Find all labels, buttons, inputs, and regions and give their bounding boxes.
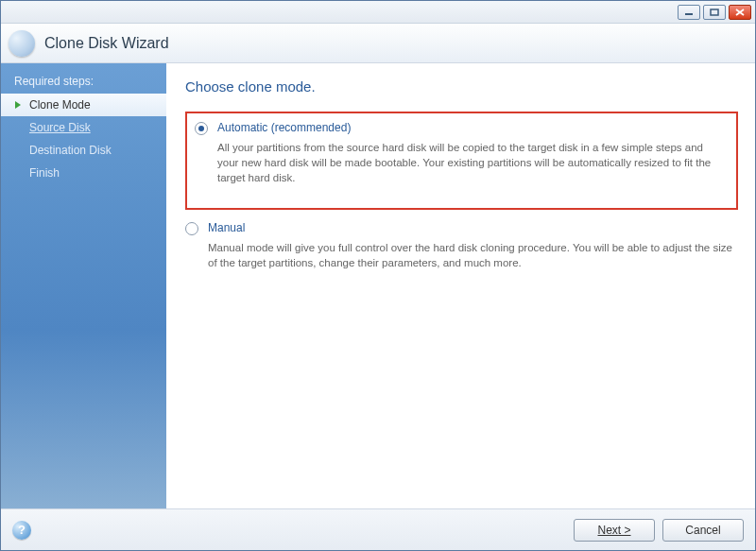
titlebar	[1, 1, 755, 24]
radio-automatic[interactable]	[195, 122, 208, 135]
radio-manual[interactable]	[185, 222, 198, 235]
page-title: Choose clone mode.	[185, 78, 738, 95]
option-automatic[interactable]: Automatic (recommended) All your partiti…	[195, 121, 729, 185]
sidebar-item-label: Destination Disk	[29, 144, 112, 157]
option-text: Manual Manual mode will give you full co…	[208, 221, 732, 270]
highlighted-option: Automatic (recommended) All your partiti…	[185, 112, 738, 210]
sidebar-item-label: Clone Mode	[29, 98, 91, 112]
app-icon	[9, 30, 35, 57]
svg-rect-1	[711, 9, 718, 15]
sidebar-item-destination-disk[interactable]: Destination Disk	[1, 139, 166, 162]
wizard-window: Clone Disk Wizard Required steps: Clone …	[0, 0, 756, 551]
main-content: Choose clone mode. Automatic (recommende…	[166, 63, 755, 508]
help-icon[interactable]: ?	[12, 521, 31, 540]
option-title: Automatic (recommended)	[217, 121, 723, 134]
option-desc: Manual mode will give you full control o…	[208, 240, 732, 270]
option-title: Manual	[208, 221, 732, 234]
cancel-button[interactable]: Cancel	[662, 519, 744, 542]
option-manual[interactable]: Manual Manual mode will give you full co…	[185, 221, 738, 270]
sidebar-item-label: Source Disk	[29, 121, 91, 134]
body: Required steps: Clone Mode Source Disk D…	[1, 63, 755, 508]
window-title: Clone Disk Wizard	[44, 35, 169, 52]
maximize-button[interactable]	[703, 5, 726, 20]
sidebar: Required steps: Clone Mode Source Disk D…	[1, 63, 166, 508]
close-button[interactable]	[729, 5, 751, 20]
header: Clone Disk Wizard	[1, 24, 755, 63]
sidebar-heading: Required steps:	[1, 71, 166, 94]
minimize-button[interactable]	[678, 5, 700, 20]
arrow-right-icon	[12, 100, 24, 110]
help-symbol: ?	[18, 523, 26, 537]
sidebar-item-finish[interactable]: Finish	[1, 162, 166, 184]
svg-rect-0	[685, 13, 693, 15]
footer: ? Next > Cancel	[1, 508, 755, 550]
next-button[interactable]: Next >	[574, 519, 655, 542]
sidebar-item-clone-mode[interactable]: Clone Mode	[1, 94, 166, 116]
sidebar-item-label: Finish	[29, 166, 60, 180]
option-desc: All your partitions from the source hard…	[217, 140, 723, 185]
sidebar-item-source-disk[interactable]: Source Disk	[1, 116, 166, 139]
option-text: Automatic (recommended) All your partiti…	[217, 121, 723, 185]
